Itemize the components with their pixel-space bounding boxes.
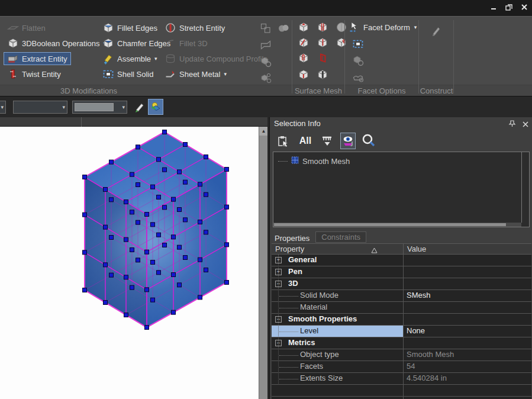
ribbon-button-sheet-metal[interactable]: Sheet Metal▾ (161, 67, 230, 81)
ribbon-button-extract-entity[interactable]: Extract Entity (4, 52, 71, 65)
property-name-cell[interactable]: −Metrics (272, 337, 403, 349)
property-name-cell[interactable]: Solid Mode (272, 290, 403, 301)
tree-item-smooth-mesh[interactable]: Smooth Mesh (278, 156, 350, 166)
viewport-top-strip (0, 117, 267, 127)
property-row-solid-mode[interactable]: Solid ModeSMesh (272, 290, 531, 302)
ribbon-button-label: Sheet Metal (179, 70, 220, 79)
property-value[interactable]: None (407, 326, 529, 337)
column-header-property[interactable]: Property (275, 244, 304, 253)
tab-properties[interactable]: Properties (275, 234, 309, 243)
dropdown-arrow-icon: ▾ (154, 56, 157, 62)
restore-button[interactable] (505, 3, 513, 11)
property-row-pen[interactable]: +Pen (272, 266, 531, 278)
property-name-cell[interactable]: −3D (272, 278, 403, 289)
smooth-mesh-cube[interactable] (0, 127, 259, 399)
surface-mesh-mesh-extrude-icon[interactable] (296, 20, 311, 34)
property-name-cell[interactable]: +General (272, 255, 403, 266)
facet-convert-icon (350, 53, 366, 67)
property-value[interactable] (407, 337, 529, 349)
property-row-smooth-properties[interactable]: −Smooth Properties (272, 314, 531, 326)
property-value[interactable] (407, 314, 529, 325)
property-name-cell[interactable]: Facets (272, 361, 403, 372)
minimize-button[interactable] (489, 3, 498, 11)
property-row-empty[interactable] (272, 397, 531, 399)
property-row-general[interactable]: +General (272, 255, 531, 266)
scroll-up-arrow-icon[interactable]: ▲ (259, 127, 268, 136)
ribbon-button-label: 3DBoolean Operations (22, 39, 100, 48)
selection-properties-button[interactable] (276, 133, 291, 149)
column-header-value[interactable]: Value (407, 244, 426, 253)
select-all-button[interactable]: All (296, 133, 314, 149)
surface-mesh-mesh-diagonal-icon[interactable] (296, 36, 311, 50)
surface-mesh-mesh-sphere-icon[interactable] (334, 20, 349, 34)
property-name-cell[interactable]: Object type (272, 349, 403, 361)
property-row-material[interactable]: Material (272, 302, 531, 314)
property-value[interactable]: 4.540284 in (407, 373, 529, 384)
panel-close-icon[interactable] (522, 119, 529, 130)
category-label: General (288, 255, 317, 264)
ribbon-button-label: Shell Solid (117, 70, 153, 79)
property-value[interactable]: SMesh (407, 290, 529, 301)
viewport-vertical-scrollbar[interactable]: ▲ (259, 127, 267, 399)
surface-mesh-mesh-panel-icon[interactable] (315, 51, 330, 65)
ribbon-button-twist-entity[interactable]: Twist Entity (4, 67, 65, 81)
edit-pencil-button[interactable] (131, 99, 147, 115)
close-button[interactable] (520, 3, 528, 11)
facet-deform-button[interactable]: Facet Deform ▾ (348, 21, 417, 33)
line-style-combo[interactable]: ▾ (72, 101, 127, 114)
strip-divider (81, 117, 82, 127)
surface-mesh-mesh-move-icon[interactable] (296, 51, 311, 65)
filter-button[interactable] (320, 133, 335, 149)
ribbon-button-stretch-entity[interactable]: Stretch Entity (161, 21, 228, 34)
property-value[interactable] (407, 302, 529, 313)
property-grid-header[interactable]: Property Value (272, 243, 531, 255)
render-mode-button[interactable] (148, 99, 163, 115)
property-value[interactable]: 54 (407, 361, 529, 372)
surface-mesh-mesh-vertical-icon[interactable] (315, 36, 330, 50)
property-row-facets[interactable]: Facets54 (272, 361, 531, 373)
property-name-cell[interactable]: −Smooth Properties (272, 314, 403, 325)
ribbon-button-label: Twist Entity (22, 70, 61, 79)
select-all-label: All (299, 136, 311, 146)
property-row-3d[interactable]: −3D (272, 278, 531, 290)
visibility-button[interactable] (340, 133, 356, 149)
drawing-viewport[interactable] (0, 127, 259, 399)
zoom-selection-button[interactable] (361, 133, 376, 149)
property-value[interactable] (407, 255, 529, 266)
property-value[interactable] (407, 266, 529, 278)
fillet-3d-icon (165, 37, 176, 49)
property-row-object-type[interactable]: Object typeSmooth Mesh (272, 349, 531, 361)
ribbon-button-fillet-edges[interactable]: Fillet Edges (99, 21, 161, 34)
property-row-level[interactable]: LevelNone (272, 326, 531, 337)
pen-style-combo[interactable]: ▾ (13, 101, 67, 114)
ribbon-button-assemble[interactable]: Assemble▾ (99, 52, 161, 65)
partial-combo[interactable]: ▾ (0, 101, 6, 114)
facet-select-rect-icon[interactable] (350, 37, 366, 51)
title-bar (0, 0, 532, 16)
surface-mesh-mesh-stripe-icon[interactable] (315, 20, 330, 34)
ribbon-button-shell-solid[interactable]: Shell Solid (99, 67, 157, 81)
ribbon-button-3dboolean-operations[interactable]: 3DBoolean Operations▾ (4, 37, 109, 50)
tree-horizontal-scrollbar[interactable] (273, 223, 521, 227)
pin-icon[interactable] (508, 119, 516, 130)
property-name-cell[interactable]: Material (272, 302, 403, 313)
property-row-empty[interactable] (272, 385, 531, 397)
update-compound-profile-icon (165, 53, 176, 65)
application-window: Flatten3DBoolean Operations▾Extract Enti… (0, 0, 532, 399)
surface-mesh-mesh-split-icon[interactable] (315, 67, 330, 82)
property-row-extents-size[interactable]: Extents Size4.540284 in (272, 373, 531, 385)
group-label-construct: Construct (420, 86, 453, 96)
scrollbar-thumb[interactable] (274, 223, 506, 226)
property-value[interactable]: Smooth Mesh (407, 349, 529, 361)
selection-tree[interactable]: Smooth Mesh (273, 152, 530, 227)
surface-mesh-mesh-edge-icon[interactable] (296, 67, 311, 82)
grid-column-divider (403, 255, 404, 399)
property-row-metrics[interactable]: −Metrics (272, 337, 531, 349)
tree-vertical-scrollbar[interactable] (521, 152, 529, 223)
property-toolbar: ▾ ▾ ▾ (0, 96, 532, 117)
property-name-cell[interactable]: Extents Size (272, 373, 403, 384)
property-value[interactable] (407, 278, 529, 289)
property-name-cell[interactable]: +Pen (272, 266, 403, 278)
property-name-cell[interactable]: Level (272, 326, 403, 337)
surface-mesh-mesh-slash-icon[interactable] (334, 36, 349, 50)
